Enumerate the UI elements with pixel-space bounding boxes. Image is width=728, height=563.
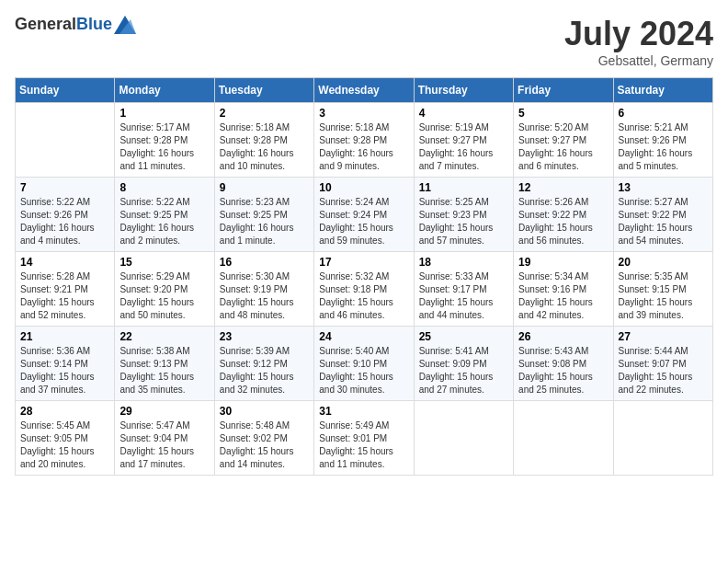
day-info: Sunrise: 5:45 AM Sunset: 9:05 PM Dayligh… <box>20 419 109 471</box>
calendar-cell: 9Sunrise: 5:23 AM Sunset: 9:25 PM Daylig… <box>214 178 313 252</box>
day-number: 27 <box>619 330 708 343</box>
day-number: 5 <box>518 107 608 120</box>
day-info: Sunrise: 5:43 AM Sunset: 9:08 PM Dayligh… <box>518 345 608 396</box>
day-info: Sunrise: 5:18 AM Sunset: 9:28 PM Dayligh… <box>220 121 309 173</box>
calendar-week-3: 14Sunrise: 5:28 AM Sunset: 9:21 PM Dayli… <box>16 252 713 327</box>
calendar-cell: 12Sunrise: 5:26 AM Sunset: 9:22 PM Dayli… <box>514 178 613 252</box>
day-info: Sunrise: 5:28 AM Sunset: 9:21 PM Dayligh… <box>20 270 109 322</box>
calendar-cell: 26Sunrise: 5:43 AM Sunset: 9:08 PM Dayli… <box>514 327 613 401</box>
day-number: 9 <box>220 181 309 194</box>
day-number: 12 <box>518 181 608 194</box>
calendar-cell: 21Sunrise: 5:36 AM Sunset: 9:14 PM Dayli… <box>16 327 115 401</box>
calendar-cell: 14Sunrise: 5:28 AM Sunset: 9:21 PM Dayli… <box>16 252 115 327</box>
day-number: 7 <box>20 181 109 194</box>
calendar-cell: 17Sunrise: 5:32 AM Sunset: 9:18 PM Dayli… <box>314 252 414 327</box>
calendar-week-5: 28Sunrise: 5:45 AM Sunset: 9:05 PM Dayli… <box>16 401 713 476</box>
day-number: 16 <box>220 256 309 269</box>
day-info: Sunrise: 5:29 AM Sunset: 9:20 PM Dayligh… <box>119 270 209 322</box>
day-info: Sunrise: 5:38 AM Sunset: 9:13 PM Dayligh… <box>119 345 209 396</box>
day-info: Sunrise: 5:40 AM Sunset: 9:10 PM Dayligh… <box>319 345 408 396</box>
calendar-header-row: SundayMondayTuesdayWednesdayThursdayFrid… <box>16 78 713 103</box>
calendar-cell: 30Sunrise: 5:48 AM Sunset: 9:02 PM Dayli… <box>214 401 313 476</box>
calendar-cell: 3Sunrise: 5:18 AM Sunset: 9:28 PM Daylig… <box>314 103 414 178</box>
day-number: 6 <box>619 107 708 120</box>
calendar-header-wednesday: Wednesday <box>314 78 414 103</box>
day-info: Sunrise: 5:18 AM Sunset: 9:28 PM Dayligh… <box>319 121 408 173</box>
calendar-header-friday: Friday <box>514 78 613 103</box>
page-header: GeneralBlue July 2024 Gebsattel, Germany <box>15 15 713 68</box>
day-number: 11 <box>419 181 508 194</box>
day-info: Sunrise: 5:44 AM Sunset: 9:07 PM Dayligh… <box>619 345 708 396</box>
calendar-cell: 19Sunrise: 5:34 AM Sunset: 9:16 PM Dayli… <box>514 252 613 327</box>
day-info: Sunrise: 5:21 AM Sunset: 9:26 PM Dayligh… <box>619 121 708 173</box>
day-number: 2 <box>220 107 309 120</box>
logo-general-text: General <box>15 15 76 33</box>
day-number: 26 <box>518 330 608 343</box>
day-number: 22 <box>119 330 209 343</box>
day-info: Sunrise: 5:49 AM Sunset: 9:01 PM Dayligh… <box>319 419 408 471</box>
day-number: 8 <box>119 181 209 194</box>
day-info: Sunrise: 5:27 AM Sunset: 9:22 PM Dayligh… <box>619 196 708 247</box>
calendar-cell: 10Sunrise: 5:24 AM Sunset: 9:24 PM Dayli… <box>314 178 414 252</box>
day-number: 18 <box>419 256 508 269</box>
day-number: 4 <box>419 107 508 120</box>
calendar-week-1: 1Sunrise: 5:17 AM Sunset: 9:28 PM Daylig… <box>16 103 713 178</box>
calendar-cell: 29Sunrise: 5:47 AM Sunset: 9:04 PM Dayli… <box>115 401 214 476</box>
day-number: 1 <box>119 107 209 120</box>
day-number: 23 <box>220 330 309 343</box>
day-info: Sunrise: 5:39 AM Sunset: 9:12 PM Dayligh… <box>220 345 309 396</box>
day-info: Sunrise: 5:48 AM Sunset: 9:02 PM Dayligh… <box>220 419 309 471</box>
day-info: Sunrise: 5:34 AM Sunset: 9:16 PM Dayligh… <box>518 270 608 322</box>
calendar-cell <box>414 401 513 476</box>
calendar-cell: 6Sunrise: 5:21 AM Sunset: 9:26 PM Daylig… <box>613 103 712 178</box>
day-info: Sunrise: 5:35 AM Sunset: 9:15 PM Dayligh… <box>619 270 708 322</box>
logo-blue-text: Blue <box>76 15 112 33</box>
calendar-cell: 11Sunrise: 5:25 AM Sunset: 9:23 PM Dayli… <box>414 178 513 252</box>
day-info: Sunrise: 5:36 AM Sunset: 9:14 PM Dayligh… <box>20 345 109 396</box>
day-number: 14 <box>20 256 109 269</box>
day-number: 30 <box>220 405 309 418</box>
calendar-cell: 28Sunrise: 5:45 AM Sunset: 9:05 PM Dayli… <box>16 401 115 476</box>
calendar-week-4: 21Sunrise: 5:36 AM Sunset: 9:14 PM Dayli… <box>16 327 713 401</box>
day-number: 13 <box>619 181 708 194</box>
day-number: 17 <box>319 256 408 269</box>
calendar-header-monday: Monday <box>115 78 214 103</box>
day-info: Sunrise: 5:20 AM Sunset: 9:27 PM Dayligh… <box>518 121 608 173</box>
calendar-week-2: 7Sunrise: 5:22 AM Sunset: 9:26 PM Daylig… <box>16 178 713 252</box>
calendar-header-saturday: Saturday <box>613 78 712 103</box>
day-number: 21 <box>20 330 109 343</box>
day-number: 31 <box>319 405 408 418</box>
day-info: Sunrise: 5:30 AM Sunset: 9:19 PM Dayligh… <box>220 270 309 322</box>
calendar-header-thursday: Thursday <box>414 78 513 103</box>
day-info: Sunrise: 5:32 AM Sunset: 9:18 PM Dayligh… <box>319 270 408 322</box>
month-title: July 2024 <box>564 15 713 53</box>
calendar-cell: 20Sunrise: 5:35 AM Sunset: 9:15 PM Dayli… <box>613 252 712 327</box>
day-info: Sunrise: 5:24 AM Sunset: 9:24 PM Dayligh… <box>319 196 408 247</box>
calendar-cell: 23Sunrise: 5:39 AM Sunset: 9:12 PM Dayli… <box>214 327 313 401</box>
calendar-header-tuesday: Tuesday <box>214 78 313 103</box>
day-number: 3 <box>319 107 408 120</box>
day-number: 25 <box>419 330 508 343</box>
title-block: July 2024 Gebsattel, Germany <box>564 15 713 68</box>
location: Gebsattel, Germany <box>564 53 713 68</box>
calendar-table: SundayMondayTuesdayWednesdayThursdayFrid… <box>15 77 713 476</box>
calendar-cell: 5Sunrise: 5:20 AM Sunset: 9:27 PM Daylig… <box>514 103 613 178</box>
calendar-cell: 27Sunrise: 5:44 AM Sunset: 9:07 PM Dayli… <box>613 327 712 401</box>
day-number: 10 <box>319 181 408 194</box>
calendar-cell: 25Sunrise: 5:41 AM Sunset: 9:09 PM Dayli… <box>414 327 513 401</box>
day-number: 19 <box>518 256 608 269</box>
day-number: 29 <box>119 405 209 418</box>
calendar-cell: 22Sunrise: 5:38 AM Sunset: 9:13 PM Dayli… <box>115 327 214 401</box>
calendar-cell: 1Sunrise: 5:17 AM Sunset: 9:28 PM Daylig… <box>115 103 214 178</box>
day-info: Sunrise: 5:33 AM Sunset: 9:17 PM Dayligh… <box>419 270 508 322</box>
calendar-cell: 24Sunrise: 5:40 AM Sunset: 9:10 PM Dayli… <box>314 327 414 401</box>
day-info: Sunrise: 5:17 AM Sunset: 9:28 PM Dayligh… <box>119 121 209 173</box>
day-info: Sunrise: 5:26 AM Sunset: 9:22 PM Dayligh… <box>518 196 608 247</box>
day-info: Sunrise: 5:23 AM Sunset: 9:25 PM Dayligh… <box>220 196 309 247</box>
day-info: Sunrise: 5:22 AM Sunset: 9:26 PM Dayligh… <box>20 196 109 247</box>
calendar-cell <box>613 401 712 476</box>
day-number: 15 <box>119 256 209 269</box>
day-info: Sunrise: 5:47 AM Sunset: 9:04 PM Dayligh… <box>119 419 209 471</box>
logo: GeneralBlue <box>15 15 136 34</box>
calendar-cell: 4Sunrise: 5:19 AM Sunset: 9:27 PM Daylig… <box>414 103 513 178</box>
